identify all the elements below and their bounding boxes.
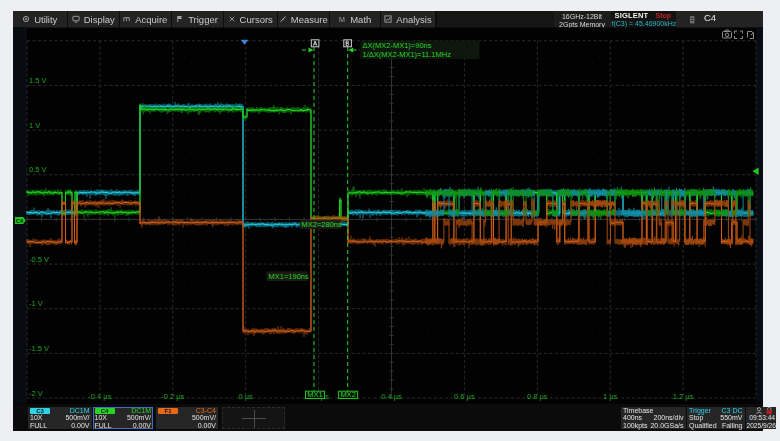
svg-text:1.5 V: 1.5 V xyxy=(29,76,47,85)
svg-text:-0.4 µs: -0.4 µs xyxy=(88,392,111,401)
svg-text:1 V: 1 V xyxy=(29,121,40,130)
svg-text:-1.5 V: -1.5 V xyxy=(29,344,49,353)
svg-text:1.2 µs: 1.2 µs xyxy=(673,392,694,401)
svg-text:0.5 V: 0.5 V xyxy=(29,165,47,174)
svg-text:-0.5 V: -0.5 V xyxy=(29,255,49,264)
svg-text:1/ΔX(MX2-MX1)=11.1MHz: 1/ΔX(MX2-MX1)=11.1MHz xyxy=(363,50,452,59)
svg-text:1 µs: 1 µs xyxy=(603,392,618,401)
svg-text:0.6 µs: 0.6 µs xyxy=(454,392,475,401)
svg-text:-2 V: -2 V xyxy=(29,389,43,398)
svg-text:MX2=280ns: MX2=280ns xyxy=(302,220,342,229)
svg-text:MX1=190ns: MX1=190ns xyxy=(269,272,309,281)
svg-text:0.8 µs: 0.8 µs xyxy=(527,392,548,401)
svg-text:0 µs: 0 µs xyxy=(239,392,254,401)
svg-text:MX2: MX2 xyxy=(340,390,355,399)
svg-text:MX1: MX1 xyxy=(307,390,322,399)
svg-text:-1 V: -1 V xyxy=(29,299,43,308)
svg-text:-0.2 µs: -0.2 µs xyxy=(161,392,184,401)
svg-text:C4: C4 xyxy=(16,218,24,224)
svg-text:ΔX(MX2-MX1)=90ns: ΔX(MX2-MX1)=90ns xyxy=(363,41,432,50)
svg-text:0.4 µs: 0.4 µs xyxy=(381,392,402,401)
